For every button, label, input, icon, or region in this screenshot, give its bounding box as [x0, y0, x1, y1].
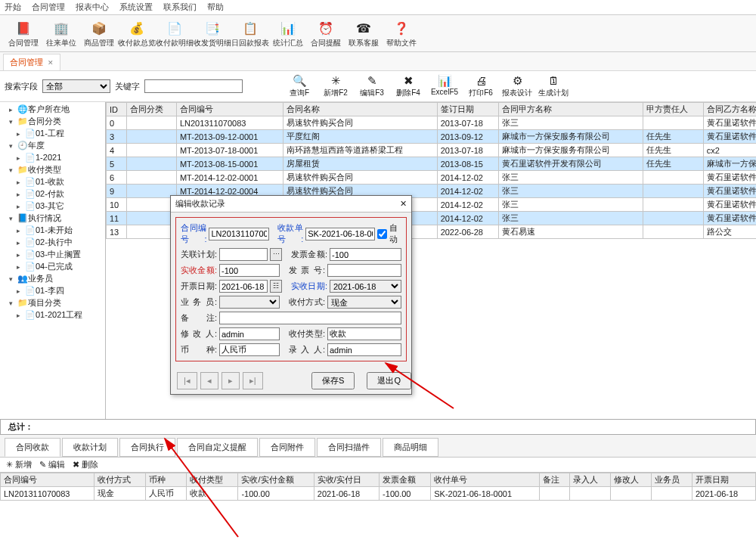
detail-tab[interactable]: 合同附件 [259, 438, 315, 457]
invoice-date-input[interactable] [219, 280, 268, 293]
toolbar-button[interactable]: 📄收付款明细 [156, 18, 194, 50]
detail-action[interactable]: ✎编辑 [39, 459, 65, 470]
rel-plan-input[interactable] [219, 248, 268, 261]
tree-node[interactable]: 📄01-收款 [17, 176, 104, 188]
column-header[interactable]: 合同甲方名称 [499, 103, 643, 116]
close-icon[interactable]: ✕ [48, 59, 54, 67]
action-button[interactable]: 🗓生成计划 [536, 74, 571, 98]
detail-action[interactable]: ✳新增 [6, 459, 32, 470]
tree-node[interactable]: 📄01-2021工程 [17, 309, 104, 321]
contract-no-input[interactable] [209, 228, 269, 240]
tree-node[interactable]: 📄03-中止搁置 [17, 249, 104, 261]
toolbar-button[interactable]: 📕合同管理 [5, 18, 42, 50]
tree-node[interactable]: 👥业务员📄01-李四 [9, 273, 104, 297]
tree-node[interactable]: 📄03-其它 [17, 200, 104, 213]
column-header[interactable]: 备注 [540, 473, 570, 487]
tree-node[interactable]: 🕘年度📄1-2021 [9, 140, 104, 164]
column-header[interactable]: 实收/实付金额 [238, 473, 314, 487]
auto-checkbox[interactable] [377, 229, 387, 239]
column-header[interactable]: 收付方式 [94, 473, 146, 487]
table-row[interactable]: 0LN201311070083易速软件购买合同2013-07-18张三黄石里诺软… [107, 116, 757, 130]
prev-button[interactable]: ◂ [200, 372, 218, 389]
menu-item[interactable]: 开始 [5, 2, 21, 13]
column-header[interactable]: 合同编号 [176, 103, 283, 116]
toolbar-button[interactable]: 📊统计汇总 [269, 18, 307, 50]
menu-item[interactable]: 合同管理 [32, 2, 65, 13]
lookup-icon[interactable]: ⋯ [270, 248, 282, 261]
toolbar-button[interactable]: 📑收发货明细 [194, 18, 231, 50]
column-header[interactable]: 合同分类 [126, 103, 176, 116]
column-header[interactable]: 录入人 [569, 473, 610, 487]
nav-tree[interactable]: 🌐客户所在地📁合同分类📄01-工程🕘年度📄1-2021📁收付类型📄01-收款📄0… [0, 102, 106, 419]
column-header[interactable]: 开票日期 [692, 473, 755, 487]
column-header[interactable]: ID [107, 103, 127, 116]
action-button[interactable]: 🔍查询F [282, 74, 317, 98]
column-header[interactable]: 业务员 [651, 473, 692, 487]
tree-node[interactable]: 📄02-付款 [17, 188, 104, 200]
detail-tab[interactable]: 收款计划 [62, 438, 118, 457]
action-button[interactable]: ✳新增F2 [318, 74, 353, 98]
menu-item[interactable]: 联系我们 [163, 2, 197, 13]
toolbar-button[interactable]: ❓帮助文件 [383, 18, 420, 50]
detail-tab[interactable]: 合同扫描件 [317, 438, 381, 457]
column-header[interactable]: 收付单号 [431, 473, 540, 487]
column-header[interactable]: 合同名称 [283, 103, 437, 116]
invoice-no-input[interactable] [327, 264, 401, 277]
tree-node[interactable]: 📄01-李四 [17, 285, 104, 297]
tree-node[interactable]: 📄01-工程 [17, 128, 104, 140]
column-header[interactable]: 签订日期 [437, 103, 499, 116]
table-row[interactable]: 5MT-2013-08-15-0001房屋租赁2013-08-15黄石里诺软件开… [107, 157, 757, 171]
keyword-input[interactable] [144, 79, 243, 93]
action-button[interactable]: ⚙报表设计 [500, 74, 534, 98]
detail-action[interactable]: ✖删除 [73, 459, 98, 470]
detail-tab[interactable]: 商品明细 [383, 438, 438, 457]
modifier-input[interactable] [219, 327, 280, 340]
tree-node[interactable]: 📘执行情况📄01-未开始📄02-执行中📄03-中止搁置📄04-已完成 [9, 213, 104, 273]
table-row[interactable]: 6MT-2014-12-02-0001易速软件购买合同2014-12-02张三黄… [107, 171, 757, 185]
close-icon[interactable]: ✕ [400, 199, 407, 209]
column-header[interactable]: 合同乙方名称 [703, 103, 756, 116]
toolbar-button[interactable]: 💰收付款总览 [118, 18, 156, 50]
remark-input[interactable] [219, 312, 401, 324]
column-header[interactable]: 实收/实付日 [314, 473, 379, 487]
table-row[interactable]: 4MT-2013-07-18-0001南环路慧垣西路等道路桥梁工程2013-07… [107, 144, 757, 157]
table-row[interactable]: LN201311070083现金人民币收款-100.002021-06-18-1… [1, 487, 756, 501]
menu-item[interactable]: 报表中心 [76, 2, 109, 13]
detail-tab[interactable]: 合同自定义提醒 [177, 438, 258, 457]
invoice-amt-input[interactable] [330, 248, 401, 261]
save-button[interactable]: 保存S [311, 372, 355, 389]
action-button[interactable]: 📊ExcelF5 [427, 74, 462, 98]
toolbar-button[interactable]: ⏰合同提醒 [307, 18, 345, 50]
calendar-icon[interactable]: ☷ [270, 280, 282, 293]
pay-method-select[interactable]: 现金 [327, 296, 401, 309]
detail-tab[interactable]: 合同收款 [5, 438, 60, 457]
tree-node[interactable]: 📄04-已完成 [17, 261, 104, 273]
tree-node[interactable]: 📄1-2021 [17, 152, 104, 164]
search-field-select[interactable]: 全部 [42, 79, 110, 93]
actual-amt-input[interactable] [219, 264, 280, 277]
toolbar-button[interactable]: 📦商品管理 [80, 18, 118, 50]
exit-button[interactable]: 退出Q [367, 372, 411, 389]
column-header[interactable]: 修改人 [610, 473, 651, 487]
detail-tab[interactable]: 合同执行 [119, 438, 175, 457]
tab-contract-mgmt[interactable]: 合同管理 ✕ [3, 54, 60, 70]
column-header[interactable]: 发票金额 [380, 473, 431, 487]
last-button[interactable]: ▸| [243, 372, 263, 389]
column-header[interactable]: 合同编号 [1, 473, 94, 487]
entry-input[interactable] [327, 343, 401, 356]
column-header[interactable]: 币种 [146, 473, 187, 487]
actual-date-select[interactable]: 2021-06-18 [330, 280, 401, 293]
action-button[interactable]: ✖删除F4 [391, 74, 426, 98]
salesman-select[interactable] [219, 296, 280, 309]
tree-node[interactable]: 📁项目分类📄01-2021工程 [9, 297, 104, 321]
toolbar-button[interactable]: 📋日回款报表 [231, 18, 269, 50]
toolbar-button[interactable]: ☎联系客服 [345, 18, 383, 50]
column-header[interactable]: 收付类型 [187, 473, 238, 487]
currency-input[interactable] [219, 343, 280, 356]
pay-type-input[interactable] [327, 327, 401, 340]
next-button[interactable]: ▸ [222, 372, 240, 389]
tree-node[interactable]: 📁合同分类📄01-工程 [9, 116, 104, 140]
first-button[interactable]: |◂ [177, 372, 197, 389]
tree-node[interactable]: 📄02-执行中 [17, 237, 104, 249]
receipt-no-input[interactable] [305, 228, 375, 240]
